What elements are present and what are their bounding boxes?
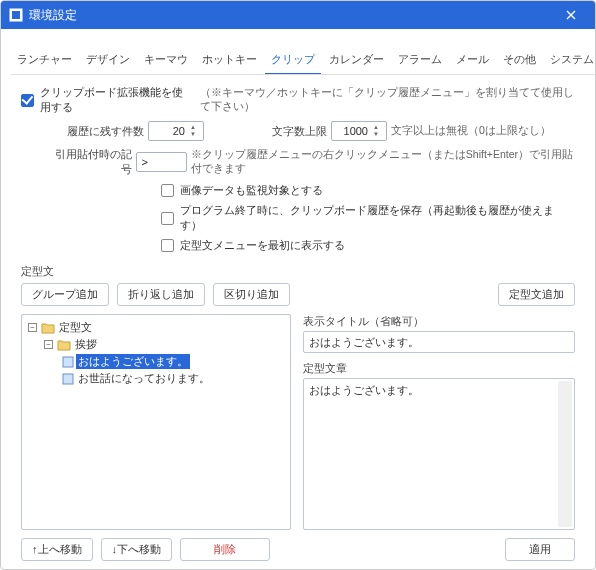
- title-field-label: 表示タイトル（省略可）: [303, 314, 575, 329]
- maxchars-spinner[interactable]: ▲▼: [370, 124, 382, 138]
- svg-rect-2: [63, 357, 73, 367]
- collapse-icon[interactable]: −: [28, 323, 37, 332]
- tree-root[interactable]: − 定型文: [26, 319, 286, 336]
- tab-clip[interactable]: クリップ: [265, 46, 321, 75]
- watch-image-label: 画像データも監視対象とする: [180, 183, 323, 198]
- move-up-button[interactable]: ↑上へ移動: [21, 538, 93, 561]
- template-tree[interactable]: − 定型文 − 挨拶 おはようございます。 お世話になっております。: [21, 314, 291, 530]
- app-icon: [9, 8, 23, 22]
- tab-other[interactable]: その他: [497, 46, 542, 75]
- tabs: ランチャー デザイン キーマウ ホットキー クリップ カレンダー アラーム メー…: [11, 33, 596, 75]
- folder-icon: [57, 339, 71, 351]
- save-on-exit-checkbox[interactable]: [161, 212, 174, 225]
- file-icon: [62, 373, 74, 385]
- watch-image-checkbox[interactable]: [161, 184, 174, 197]
- body-field-label: 定型文章: [303, 361, 575, 376]
- history-count-label: 履歴に残す件数: [49, 124, 144, 139]
- templates-first-checkbox[interactable]: [161, 239, 174, 252]
- maxchars-hint: 文字以上は無視（0は上限なし）: [391, 124, 551, 138]
- save-on-exit-label: プログラム終了時に、クリップボード履歴を保存（再起動後も履歴が使えます）: [180, 203, 575, 233]
- enable-clipboard-hint: （※キーマウ／ホットキーに「クリップ履歴メニュー」を割り当てて使用して下さい）: [200, 86, 575, 114]
- title-input[interactable]: おはようございます。: [303, 331, 575, 353]
- templates-first-label: 定型文メニューを最初に表示する: [180, 238, 345, 253]
- file-icon: [62, 356, 74, 368]
- templates-section-label: 定型文: [21, 264, 575, 279]
- tab-system[interactable]: システム: [544, 46, 596, 75]
- add-separator-button[interactable]: 区切り追加: [213, 283, 290, 306]
- delete-button[interactable]: 削除: [180, 538, 270, 561]
- add-wrap-button[interactable]: 折り返し追加: [117, 283, 205, 306]
- tab-calendar[interactable]: カレンダー: [323, 46, 390, 75]
- move-down-button[interactable]: ↓下へ移動: [101, 538, 173, 561]
- folder-icon: [41, 322, 55, 334]
- tab-design[interactable]: デザイン: [80, 46, 136, 75]
- tab-alarm[interactable]: アラーム: [392, 46, 448, 75]
- body-textarea[interactable]: おはようございます。: [303, 378, 575, 530]
- quote-hint: ※クリップ履歴メニューの右クリックメニュー（またはShift+Enter）で引用…: [191, 148, 575, 176]
- enable-clipboard-label: クリップボード拡張機能を使用する: [40, 85, 194, 115]
- svg-rect-3: [63, 374, 73, 384]
- tab-hotkey[interactable]: ホットキー: [196, 46, 263, 75]
- close-icon[interactable]: [555, 5, 587, 25]
- tab-launcher[interactable]: ランチャー: [11, 46, 78, 75]
- tree-item[interactable]: お世話になっております。: [26, 370, 286, 387]
- maxchars-input[interactable]: 1000 ▲▼: [331, 121, 387, 141]
- svg-rect-1: [12, 11, 20, 19]
- add-group-button[interactable]: グループ追加: [21, 283, 109, 306]
- history-count-spinner[interactable]: ▲▼: [187, 124, 199, 138]
- apply-button[interactable]: 適用: [505, 538, 575, 561]
- maxchars-label: 文字数上限: [272, 124, 327, 139]
- tab-mail[interactable]: メール: [450, 46, 495, 75]
- quote-input[interactable]: >: [136, 152, 186, 172]
- enable-clipboard-checkbox[interactable]: [21, 94, 34, 107]
- window-title: 環境設定: [29, 7, 77, 24]
- add-template-button[interactable]: 定型文追加: [498, 283, 575, 306]
- tree-group[interactable]: − 挨拶: [26, 336, 286, 353]
- tree-item[interactable]: おはようございます。: [26, 353, 286, 370]
- quote-label: 引用貼付時の記号: [49, 147, 132, 177]
- collapse-icon[interactable]: −: [44, 340, 53, 349]
- history-count-input[interactable]: 20 ▲▼: [148, 121, 204, 141]
- tab-keymau[interactable]: キーマウ: [138, 46, 194, 75]
